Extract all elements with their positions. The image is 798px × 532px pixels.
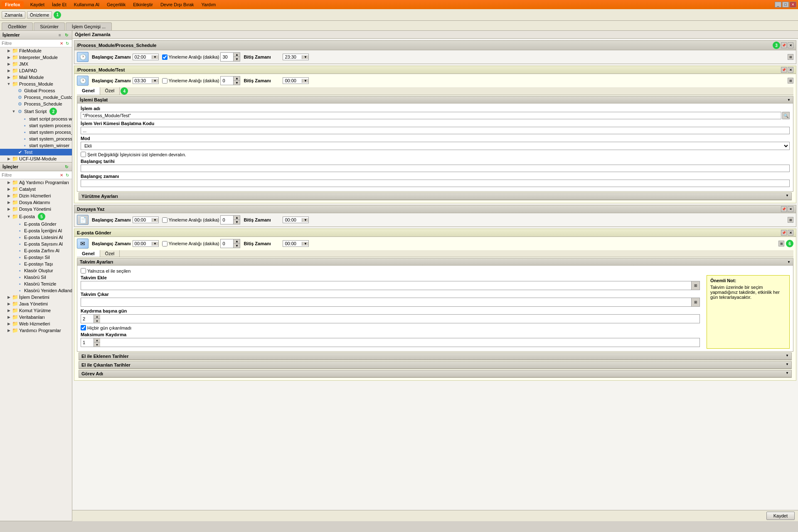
kayit-basi-input[interactable] <box>81 315 94 322</box>
onizleme-btn[interactable]: Önizleme <box>27 11 52 19</box>
tree-item-start-script[interactable]: ▼ ⚙ Start Script 2 <box>0 107 72 116</box>
only-manual-check[interactable] <box>81 268 86 273</box>
tree-item-klasor-olustur[interactable]: ▪ Klasör Oluştur <box>0 267 72 274</box>
block1-interval-down[interactable]: ▼ <box>233 57 240 61</box>
tree-item-dosya-yonetimi[interactable]: ▶ 📁 Dosya Yönetimi <box>0 206 72 212</box>
block1-start-input[interactable] <box>133 54 152 60</box>
menu-etkinlestir[interactable]: Etkinleştir <box>130 1 156 8</box>
takvim-collapse[interactable]: ▼ <box>787 260 791 264</box>
dosyaya-yaz-end-arrow[interactable]: ▼ <box>302 218 308 222</box>
block1-start-time[interactable]: ▼ <box>133 54 159 60</box>
expand-ldapad[interactable]: ▶ <box>7 69 11 73</box>
tree-item-yardimci[interactable]: ▶ 📁 Yardımcı Programlar <box>0 327 72 334</box>
tree-item-veritabanlari[interactable]: ▶ 📁 Veritabanları <box>0 314 72 320</box>
dosyaya-yaz-edit-btn[interactable]: ⊞ <box>788 217 793 223</box>
hicbir-gun-check[interactable] <box>81 325 86 330</box>
block2-start-arrow[interactable]: ▼ <box>152 79 158 83</box>
dosyaya-yaz-pin-btn[interactable]: 📌 <box>781 206 787 212</box>
tree-item-mailmodule[interactable]: ▶ 📁 Mail Module <box>0 74 72 81</box>
dosyaya-yaz-interval-input[interactable] <box>221 217 233 223</box>
block2-pin-btn[interactable]: 📌 <box>781 67 787 73</box>
tree-item-interpreter[interactable]: ▶ 📁 Interpreter_Module <box>0 54 72 61</box>
menu-devre-disi[interactable]: Devre Dışı Bırak <box>157 1 197 8</box>
takvim-ekle-input[interactable]: /20111222_Folder_by_Damon/Calendar_01 <box>81 282 691 289</box>
tree-item-start-script-process-with[interactable]: ▪ start script process with <box>0 116 72 122</box>
takvim-cikar-input[interactable]: /Folder/Calendar <box>81 299 691 305</box>
takvim-ekle-browse-btn[interactable]: ⊞ <box>691 281 699 290</box>
maks-kaydir-input[interactable] <box>81 339 94 346</box>
expand-processmodule[interactable]: ▼ <box>7 82 11 86</box>
expand-dizin[interactable]: ▶ <box>7 194 11 198</box>
expand-komut[interactable]: ▶ <box>7 308 11 313</box>
expand-dosya-yonetimi[interactable]: ▶ <box>7 207 11 211</box>
menu-iade-et[interactable]: İade Et <box>49 1 70 8</box>
dosyaya-yaz-end-time[interactable]: ▼ <box>283 217 309 223</box>
block2-start-input[interactable] <box>133 78 152 84</box>
block2-end-arrow[interactable]: ▼ <box>302 79 308 83</box>
tree-item-ucfusm[interactable]: ▶ 📁 UCF-USM-Module <box>0 155 72 162</box>
expand-java[interactable]: ▶ <box>7 302 11 306</box>
gorev-adi-collapse[interactable]: ▼ <box>786 371 789 376</box>
maximize-btn[interactable]: □ <box>782 2 789 7</box>
dosyaya-yaz-start-time[interactable]: ▼ <box>133 217 159 223</box>
block1-edit-btn[interactable]: ⊞ <box>788 54 793 60</box>
tree-item-test[interactable]: ✔ Test <box>0 149 72 155</box>
eposta-start-input[interactable] <box>133 241 152 246</box>
el-cikarilan-collapse[interactable]: ▼ <box>786 362 789 367</box>
tree-item-komut[interactable]: ▶ 📁 Komut Yürütme <box>0 307 72 314</box>
tree-item-start-system-winser[interactable]: ▪ start system_winser <box>0 142 72 149</box>
menu-gecerlilik[interactable]: Geçerlilik <box>103 1 129 8</box>
tree-item-klasoru-yeniden[interactable]: ▪ Klasörü Yeniden Adlandır <box>0 287 72 294</box>
tree-item-eposta-icerigi[interactable]: ▪ E-posta İçeriğini Al <box>0 227 72 234</box>
window-controls[interactable]: _ □ ✕ <box>775 2 796 7</box>
dosyaya-yaz-end-input[interactable] <box>283 217 302 223</box>
eposta-interval-up[interactable]: ▲ <box>233 239 240 244</box>
islecer-refresh-icon[interactable]: ↻ <box>64 164 69 170</box>
tree-item-catalyst[interactable]: ▶ 📁 Catalyst <box>0 186 72 192</box>
expand-veritabanlari[interactable]: ▶ <box>7 315 11 319</box>
expand-mailmodule[interactable]: ▶ <box>7 75 11 79</box>
tab-islem-gecmisi[interactable]: İşlem Geçmişi ... <box>66 22 112 30</box>
islemler-filter-input[interactable] <box>2 41 59 46</box>
close-btn[interactable]: ✕ <box>790 2 796 7</box>
expand-islem-denetimi[interactable]: ▶ <box>7 295 11 299</box>
block2-interval-input[interactable] <box>221 78 233 84</box>
mod-select[interactable]: Ekli <box>81 142 790 150</box>
menu-kaydet[interactable]: Kaydet <box>27 1 48 8</box>
expand-startscript[interactable]: ▼ <box>12 109 16 113</box>
islem-adi-search-btn[interactable]: 🔍 <box>782 112 790 119</box>
block2-end-input[interactable] <box>283 78 302 84</box>
tree-item-filemodule[interactable]: ▶ 📁 FileModule <box>0 47 72 54</box>
block2-edit-btn[interactable]: ⊞ <box>788 78 793 84</box>
tree-item-jmx[interactable]: ▶ 📁 JMX <box>0 61 72 67</box>
islem-adi-input[interactable] <box>81 112 781 119</box>
maks-kaydir-up[interactable]: ▲ <box>94 338 100 342</box>
filter-refresh-icon[interactable]: ↻ <box>64 40 70 46</box>
islemler-menu-icon[interactable]: ≡ <box>57 32 63 38</box>
tree-item-start-system-process1[interactable]: ▪ start system process <box>0 122 72 129</box>
tree-item-processmodule[interactable]: ▼ 📁 Process_Module <box>0 81 72 87</box>
baslangic-zamani-input[interactable]: System.Time <box>81 180 790 187</box>
block2-interval-down[interactable]: ▼ <box>233 81 240 85</box>
eposta-tab-ozel[interactable]: Özel <box>100 250 120 257</box>
detail-tab-genel[interactable]: Genel <box>77 87 100 95</box>
baslangic-tarihi-input[interactable]: System.Date <box>81 165 790 172</box>
expand-eposta[interactable]: ▼ <box>7 214 11 219</box>
zamanla-btn[interactable]: Zamanla <box>2 11 25 19</box>
kayit-basi-up[interactable]: ▲ <box>94 315 100 319</box>
dosyaya-yaz-close-btn[interactable]: ✕ <box>788 206 793 212</box>
expand-yardimci[interactable]: ▶ <box>7 328 11 332</box>
tab-ozellikler[interactable]: Özellikler <box>2 22 33 30</box>
tree-item-klasoru-temizle[interactable]: ▪ Klasörü Temizle <box>0 281 72 287</box>
eposta-end-input[interactable] <box>283 241 302 246</box>
save-button[interactable]: Kaydet <box>766 512 795 520</box>
dosyaya-yaz-down[interactable]: ▼ <box>233 220 240 224</box>
menu-kullanima-al[interactable]: Kullanıma Al <box>71 1 103 8</box>
eposta-end-arrow[interactable]: ▼ <box>302 242 308 246</box>
tree-item-process-schedule[interactable]: ⚙ Process_Schedule <box>0 101 72 107</box>
tree-item-eposta-listesi[interactable]: ▪ E-posta Listesini Al <box>0 234 72 241</box>
eposta-end-time[interactable]: ▼ <box>283 240 309 247</box>
dosyaya-yaz-up[interactable]: ▲ <box>233 216 240 220</box>
block2-close-btn[interactable]: ✕ <box>788 67 793 73</box>
expand-ag[interactable]: ▶ <box>7 180 11 185</box>
